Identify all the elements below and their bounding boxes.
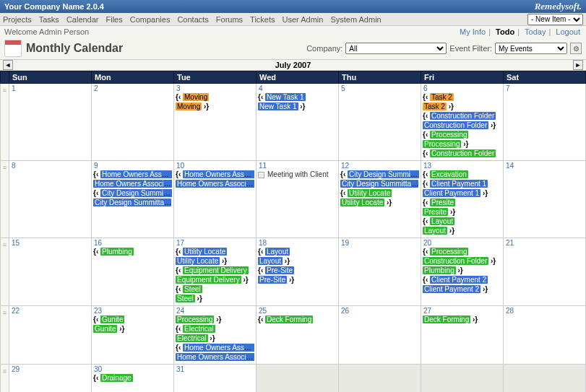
event-item[interactable]: {‹ Moving — [176, 93, 254, 102]
week-handle[interactable] — [1, 84, 9, 161]
event-label[interactable]: Layout — [430, 217, 454, 225]
event-label[interactable]: Plumbing — [100, 248, 134, 256]
day-cell[interactable]: 12{‹ City Design Summitta...City Design … — [339, 161, 421, 238]
event-item[interactable]: Electrical ›} — [176, 334, 254, 343]
event-label[interactable]: Client Payment 2 — [430, 276, 488, 284]
event-item[interactable]: {‹ Equipment Delivery — [176, 266, 254, 275]
event-label[interactable]: Equipment Delivery — [183, 266, 249, 274]
event-label[interactable]: Task 2 — [430, 93, 454, 101]
event-item[interactable]: Home Owners Associat... ›} — [176, 180, 254, 188]
event-item[interactable]: {‹ Utility Locate — [340, 189, 419, 198]
menu-companies[interactable]: Companies — [130, 15, 171, 24]
event-label[interactable]: Processing — [430, 248, 468, 256]
event-item[interactable]: City Design Summitta... ›} — [340, 180, 419, 188]
day-number[interactable]: 24 — [174, 306, 186, 315]
day-number[interactable]: 20 — [421, 238, 434, 248]
event-label[interactable]: Home Owners Associat... — [100, 170, 172, 178]
day-cell[interactable]: 30{‹ Drainage — [92, 365, 174, 393]
day-number[interactable]: 18 — [257, 238, 269, 248]
day-number[interactable]: 5 — [339, 84, 348, 93]
event-item[interactable]: {‹ City Design Summitta... — [93, 189, 172, 198]
event-label[interactable]: Steel — [176, 295, 195, 302]
event-item[interactable]: {‹ Home Owners Associat... — [176, 170, 254, 179]
day-number[interactable]: 30 — [92, 365, 104, 374]
event-label[interactable]: Home Owners Associat... — [183, 344, 254, 352]
event-item[interactable]: {‹ Processing — [423, 131, 501, 139]
event-label[interactable]: Meeting with Client — [266, 170, 329, 178]
event-item[interactable]: {‹ Drainage — [93, 374, 172, 383]
event-label[interactable]: Moving — [183, 93, 209, 101]
day-cell[interactable]: 10{‹ Home Owners Associat...Home Owners … — [174, 161, 257, 238]
day-number[interactable]: 12 — [339, 161, 351, 170]
day-cell[interactable] — [504, 365, 586, 393]
day-cell[interactable]: 23{‹ GuniteGunite ›} — [92, 306, 174, 365]
day-number[interactable]: 31 — [174, 365, 186, 374]
event-item[interactable]: {‹ Presite — [423, 199, 501, 207]
event-label[interactable]: New Task 1 — [258, 103, 298, 110]
link-logout[interactable]: Logout — [556, 27, 580, 36]
company-select[interactable]: All — [345, 43, 447, 54]
event-item[interactable]: Home Owners Associat... ›} — [176, 353, 254, 362]
event-label[interactable]: Presite — [430, 199, 455, 206]
day-number[interactable]: 10 — [174, 161, 186, 170]
day-number[interactable]: 13 — [421, 161, 434, 170]
day-number[interactable]: 27 — [421, 306, 434, 315]
day-cell[interactable]: 2 — [92, 84, 174, 161]
event-item[interactable]: {‹ Plumbing — [93, 248, 172, 256]
event-label[interactable]: Client Payment 2 — [423, 285, 481, 293]
settings-icon[interactable]: ⚙ — [570, 43, 582, 54]
day-cell[interactable] — [421, 365, 504, 393]
prev-month-button[interactable]: ◄ — [3, 60, 13, 70]
event-label[interactable]: Utility Locate — [340, 199, 384, 206]
day-number[interactable]: 14 — [504, 161, 516, 170]
day-cell[interactable]: 22 — [9, 306, 92, 365]
event-label[interactable]: Layout — [265, 248, 290, 256]
event-label[interactable]: Excavation — [430, 170, 468, 178]
day-cell[interactable]: 24Processing ›}{‹ ElectricalElectrical ›… — [174, 306, 257, 365]
day-cell[interactable]: 1 — [9, 84, 92, 161]
day-number[interactable]: 26 — [339, 306, 351, 315]
event-label[interactable]: Deck Forming — [265, 315, 313, 323]
event-label[interactable]: Construction Folder — [423, 257, 488, 265]
event-label[interactable]: Pre-Site — [258, 276, 287, 284]
day-cell[interactable]: 29 — [9, 365, 92, 393]
event-item[interactable]: Moving ›} — [176, 103, 254, 111]
event-label[interactable]: Processing — [430, 131, 468, 139]
event-item[interactable]: {‹ Home Owners Associat... — [176, 344, 254, 352]
day-cell[interactable]: 13{‹ Excavation{‹ Client Payment 1Client… — [421, 161, 504, 238]
menu-files[interactable]: Files — [106, 15, 123, 24]
event-label[interactable]: Electrical — [183, 325, 215, 333]
event-item[interactable]: {‹ New Task 1 — [258, 93, 337, 102]
day-number[interactable]: 25 — [257, 306, 269, 315]
event-label[interactable]: Processing — [423, 140, 461, 148]
day-number[interactable]: 29 — [9, 365, 22, 374]
event-label[interactable]: Task 2 — [423, 103, 447, 110]
day-cell[interactable]: 31 — [174, 365, 257, 393]
new-item-select[interactable]: - New Item - — [527, 14, 583, 25]
event-item[interactable]: {‹ Construction Folder — [423, 112, 501, 121]
week-handle[interactable] — [1, 238, 9, 306]
event-label[interactable]: Gunite — [93, 325, 117, 333]
day-cell[interactable]: 28 — [504, 306, 586, 365]
event-label[interactable]: City Design Summitta... — [348, 170, 419, 178]
event-label[interactable]: City Design Summitta... — [93, 199, 171, 206]
day-number[interactable]: 2 — [92, 84, 100, 93]
event-item[interactable]: Utility Locate ›} — [340, 199, 419, 207]
day-cell[interactable]: 21 — [504, 238, 586, 306]
day-number[interactable]: 16 — [92, 238, 104, 248]
event-label[interactable]: Construction Folder — [423, 121, 488, 129]
event-label[interactable]: Construction Folder — [430, 149, 496, 157]
day-number[interactable]: 19 — [339, 238, 351, 248]
week-handle[interactable] — [1, 306, 9, 365]
event-label[interactable]: City Design Summitta... — [340, 180, 418, 188]
day-number[interactable]: 17 — [174, 238, 186, 248]
week-handle[interactable] — [1, 365, 9, 393]
event-item[interactable]: Layout ›} — [258, 257, 337, 266]
day-cell[interactable]: 5 — [339, 84, 421, 161]
day-number[interactable]: 9 — [92, 161, 100, 170]
event-item[interactable]: {‹ Home Owners Associat... — [93, 170, 172, 179]
event-item[interactable]: Meeting with Client — [258, 170, 337, 179]
day-number[interactable]: 21 — [504, 238, 516, 248]
event-item[interactable]: {‹ Layout — [258, 248, 337, 256]
event-item[interactable]: City Design Summitta... ›} — [93, 199, 172, 207]
